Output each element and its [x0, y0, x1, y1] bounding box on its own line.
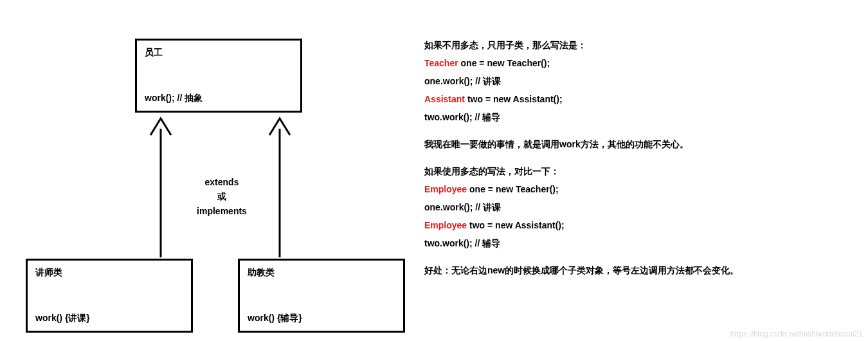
- keyword-employee: Employee: [424, 184, 467, 194]
- text-line: Employee one = new Teacher();: [424, 180, 862, 198]
- text-line: one.work(); // 讲课: [424, 198, 862, 216]
- class-box-teacher: 讲师类 work() {讲课}: [26, 259, 193, 333]
- spacer: [424, 252, 862, 261]
- text-line: 如果不用多态，只用子类，那么写法是：: [424, 36, 862, 54]
- watermark: https://blog.csdn.net/nishiwodebocai21: [730, 329, 863, 338]
- spacer: [424, 153, 862, 162]
- class-title: 讲师类: [35, 267, 183, 279]
- text-line: 我现在唯一要做的事情，就是调用work方法，其他的功能不关心。: [424, 135, 862, 153]
- relation-label: extends 或 implements: [180, 175, 264, 218]
- relation-or: 或: [180, 189, 264, 203]
- relation-implements: implements: [180, 204, 264, 218]
- text-line: Teacher one = new Teacher();: [424, 54, 862, 72]
- class-box-assistant: 助教类 work() {辅导}: [238, 259, 405, 333]
- relation-extends: extends: [180, 175, 264, 189]
- keyword-assistant: Assistant: [424, 94, 465, 104]
- code-text: two = new Assistant();: [465, 94, 563, 104]
- text-line: one.work(); // 讲课: [424, 72, 862, 90]
- inheritance-arrow-left: [148, 116, 174, 257]
- spacer: [424, 126, 862, 135]
- class-method: work() {辅导}: [248, 313, 395, 324]
- text-line: Employee two = new Assistant();: [424, 216, 862, 234]
- class-method: work(); // 抽象: [145, 93, 293, 104]
- text-line: two.work(); // 辅导: [424, 234, 862, 252]
- text-line: two.work(); // 辅导: [424, 108, 862, 126]
- code-text: one = new Teacher();: [467, 184, 559, 194]
- text-line: 好处：无论右边new的时候换成哪个子类对象，等号左边调用方法都不会变化。: [424, 261, 862, 279]
- code-text: one = new Teacher();: [458, 58, 550, 68]
- keyword-teacher: Teacher: [424, 58, 458, 68]
- inheritance-arrow-right: [267, 116, 293, 257]
- text-line: 如果使用多态的写法，对比一下：: [424, 162, 862, 180]
- text-line: Assistant two = new Assistant();: [424, 90, 862, 108]
- keyword-employee: Employee: [424, 220, 467, 230]
- class-title: 助教类: [248, 267, 395, 279]
- explanation-text: 如果不用多态，只用子类，那么写法是： Teacher one = new Tea…: [424, 36, 862, 279]
- class-title: 员工: [145, 47, 293, 59]
- class-method: work() {讲课}: [35, 313, 183, 324]
- code-text: two = new Assistant();: [467, 220, 565, 230]
- class-box-employee: 员工 work(); // 抽象: [135, 39, 302, 113]
